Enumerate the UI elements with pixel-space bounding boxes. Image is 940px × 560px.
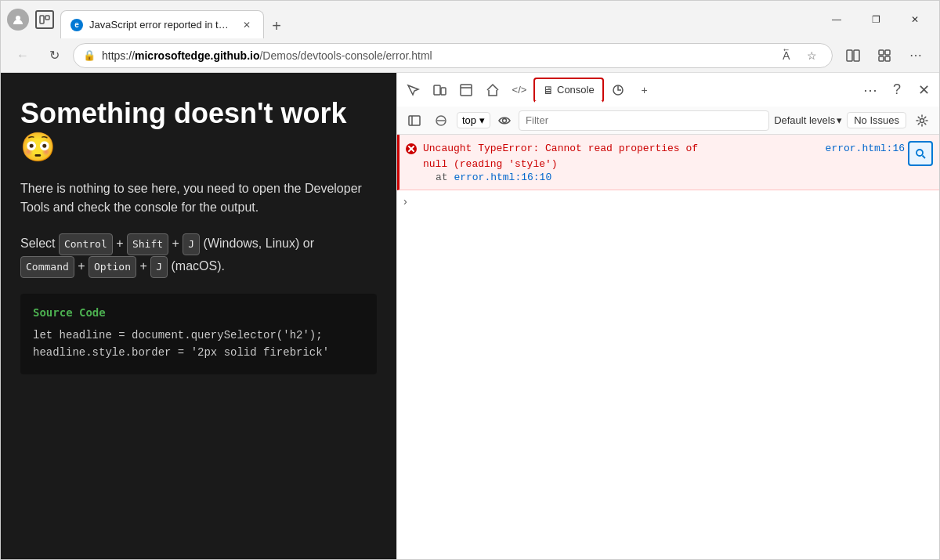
help-button[interactable]: ?	[884, 78, 909, 103]
favorites-icon[interactable]: ☆	[801, 45, 822, 67]
javascript-context-dropdown[interactable]: top ▾	[457, 112, 490, 128]
error-trace-link[interactable]: error.html:16:10	[454, 172, 551, 183]
error-source-link[interactable]: error.html:16	[826, 143, 905, 154]
levels-arrow-icon: ▾	[837, 114, 842, 126]
error-content: Uncaught TypeError: Cannot read properti…	[423, 141, 821, 183]
devtools-console-output: Uncaught TypeError: Cannot read properti…	[397, 135, 939, 559]
search-in-panel-button[interactable]	[908, 141, 933, 166]
sources-button[interactable]: </>	[507, 78, 532, 103]
dropdown-arrow-icon: ▾	[479, 114, 485, 126]
console-tab[interactable]: 🖥 Console	[533, 78, 604, 103]
tab-close-button[interactable]: ✕	[240, 18, 254, 32]
error-message-line1: Uncaught TypeError: Cannot read properti…	[423, 141, 821, 157]
clear-console-button[interactable]	[430, 110, 452, 132]
minimize-button[interactable]: —	[819, 7, 855, 32]
filter-input[interactable]	[519, 110, 769, 131]
svg-rect-1	[40, 16, 44, 23]
inspect-element-button[interactable]	[400, 78, 425, 103]
maximize-button[interactable]: ❐	[858, 7, 894, 32]
console-settings-button[interactable]	[911, 110, 933, 132]
svg-rect-2	[45, 16, 49, 20]
j-key-mac: J	[150, 256, 168, 277]
elements-panel-button[interactable]	[454, 78, 479, 103]
svg-line-24	[923, 156, 926, 159]
tab-title: JavaScript error reported in the C	[89, 19, 233, 31]
source-code-box: Source Code let headline = document.quer…	[20, 294, 377, 374]
shortcut-instructions: Select Control + Shift + J (Windows, Lin…	[20, 233, 377, 278]
close-button[interactable]: ✕	[897, 7, 933, 32]
tabs-container: e JavaScript error reported in the C ✕ +	[60, 1, 812, 38]
svg-point-19	[920, 118, 924, 122]
svg-rect-7	[879, 56, 884, 61]
option-key: Option	[89, 256, 136, 277]
console-tab-label: Console	[557, 84, 595, 96]
back-button[interactable]: ←	[10, 43, 35, 68]
svg-rect-14	[409, 116, 420, 125]
svg-rect-10	[441, 88, 446, 95]
eye-icon[interactable]	[495, 111, 514, 130]
svg-point-18	[503, 118, 507, 122]
devtools-secondary-toolbar: top ▾ Default levels ▾ No Issues	[397, 107, 939, 135]
devtools-toolbar: </> 🖥 Console + ⋯ ? ✕	[397, 73, 939, 107]
error-circle-icon	[404, 142, 418, 156]
error-text-line2: null (reading 'style')	[423, 158, 558, 170]
lock-icon: 🔒	[83, 49, 96, 61]
new-tab-button[interactable]: +	[264, 13, 289, 38]
active-tab[interactable]: e JavaScript error reported in the C ✕	[60, 10, 264, 38]
svg-rect-4	[854, 50, 859, 61]
address-bar: ← ↻ 🔒 https://microsoftedge.github.io/De…	[1, 38, 939, 73]
console-expand-row[interactable]: ›	[397, 190, 939, 212]
url-bar[interactable]: 🔒 https://microsoftedge.github.io/Demos/…	[73, 43, 833, 68]
refresh-button[interactable]: ↻	[42, 43, 67, 68]
more-tools-icon[interactable]: ⋯	[902, 42, 930, 70]
split-screen-icon[interactable]	[839, 42, 867, 70]
j-key: J	[183, 233, 200, 255]
svg-rect-11	[461, 85, 472, 96]
webpage-content: Something doesn't work 😳 There is nothin…	[1, 73, 396, 559]
profile-icon[interactable]	[7, 9, 29, 31]
windows-note: (Windows, Linux) or	[204, 237, 314, 250]
svg-rect-3	[847, 50, 852, 61]
error-right-actions: error.html:16	[826, 141, 933, 166]
error-entry: Uncaught TypeError: Cannot read properti…	[397, 135, 939, 190]
expand-icon: ›	[403, 195, 407, 208]
browser-window: e JavaScript error reported in the C ✕ +…	[0, 0, 940, 560]
tab-favicon: e	[70, 19, 83, 31]
url-text: https://microsoftedge.github.io/Demos/de…	[102, 49, 769, 62]
svg-rect-8	[885, 56, 890, 61]
sidebar-toggle-button[interactable]	[403, 110, 425, 132]
source-line-2: headline.style.border = '2px solid fireb…	[33, 344, 364, 361]
svg-rect-6	[885, 50, 890, 55]
source-code-label: Source Code	[33, 306, 364, 319]
no-issues-badge[interactable]: No Issues	[847, 112, 906, 128]
console-tab-icon: 🖥	[543, 84, 554, 96]
devtools-panel: </> 🖥 Console + ⋯ ? ✕	[396, 73, 939, 559]
page-heading: Something doesn't work 😳	[20, 96, 377, 164]
error-message-line2: null (reading 'style')	[423, 157, 821, 172]
shift-key: Shift	[127, 233, 168, 255]
window-manager-icon[interactable]	[35, 10, 54, 29]
more-options-button[interactable]: ⋯	[858, 78, 883, 103]
performance-insights-button[interactable]	[606, 78, 631, 103]
read-aloud-icon[interactable]: A⃖	[776, 45, 797, 67]
error-text-line1: Uncaught TypeError: Cannot read properti…	[423, 143, 698, 154]
default-levels-label: Default levels	[774, 114, 835, 126]
url-actions: A⃖ ☆	[776, 45, 822, 67]
home-button[interactable]	[480, 78, 505, 103]
top-label: top	[462, 114, 476, 126]
page-body-text: There is nothing to see here, you need t…	[20, 179, 377, 217]
main-content: Something doesn't work 😳 There is nothin…	[1, 73, 939, 559]
default-levels-dropdown[interactable]: Default levels ▾	[774, 114, 842, 126]
collections-icon[interactable]	[870, 42, 898, 70]
source-line-1: let headline = document.querySelector('h…	[33, 327, 364, 344]
customize-add-button[interactable]: +	[632, 78, 657, 103]
device-toolbar-button[interactable]	[427, 78, 452, 103]
source-code-text: let headline = document.querySelector('h…	[33, 327, 364, 362]
address-right-actions: ⋯	[839, 42, 930, 70]
macos-note: (macOS).	[172, 259, 225, 273]
ctrl-key: Control	[59, 233, 113, 255]
svg-rect-5	[879, 50, 884, 55]
devtools-close-button[interactable]: ✕	[911, 78, 936, 103]
svg-rect-9	[434, 85, 440, 95]
title-bar: e JavaScript error reported in the C ✕ +…	[1, 1, 939, 38]
